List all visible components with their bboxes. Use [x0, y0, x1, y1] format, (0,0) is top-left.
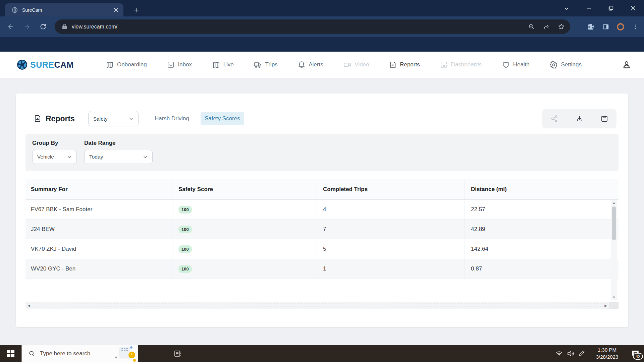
menu-dots-icon[interactable]: [629, 21, 641, 33]
group-by-select[interactable]: Vehicle: [32, 150, 77, 164]
brand-text: SURECAM: [30, 60, 74, 70]
safety-score-badge: 100: [178, 245, 192, 253]
extensions-puzzle-icon[interactable]: [585, 21, 597, 33]
nav-item-health[interactable]: Health: [502, 61, 530, 69]
vertical-scroll-thumb[interactable]: [612, 206, 616, 240]
scroll-down-icon[interactable]: ▼: [611, 294, 617, 300]
safety-scores-table: Summary For Safety Score Completed Trips…: [25, 179, 619, 279]
new-tab-button[interactable]: [131, 5, 141, 15]
report-actions: [542, 109, 616, 128]
start-button[interactable]: [0, 345, 21, 362]
scroll-left-icon[interactable]: ◀: [25, 302, 32, 309]
minimize-button[interactable]: [578, 0, 600, 16]
taskbar-clock[interactable]: 1:30 PM 3/28/2023: [590, 347, 625, 360]
clock-date: 3/28/2023: [590, 354, 625, 360]
screen: SureCam: [0, 0, 644, 362]
notification-center-icon[interactable]: 42: [627, 345, 644, 362]
task-view-icon[interactable]: [173, 349, 182, 358]
heart-icon: [502, 61, 510, 69]
address-bar[interactable]: view.surecam.com/: [55, 19, 570, 34]
maximize-button[interactable]: [600, 0, 622, 16]
date-range-value: Today: [89, 154, 143, 160]
calendar-button[interactable]: [592, 109, 616, 128]
forward-button[interactable]: [21, 21, 33, 33]
browser-titlebar: SureCam: [0, 0, 644, 16]
date-range-filter: Date Range Today: [84, 140, 153, 164]
column-header: Completed Trips: [317, 179, 465, 199]
scroll-right-icon[interactable]: ▶: [602, 302, 609, 309]
wifi-icon[interactable]: [553, 345, 565, 362]
column-header: Distance (mi): [465, 179, 619, 199]
page-header-band: [0, 37, 644, 52]
surecam-logo[interactable]: SURECAM: [17, 59, 74, 70]
table-body: FV67 BBK - Sam Footer 100 4 22.57 J24 BE…: [25, 200, 619, 279]
chevron-down-icon: [143, 155, 148, 159]
dashboard-grid-icon: [440, 61, 448, 69]
horizontal-scrollbar[interactable]: ◀ ▶: [25, 302, 609, 309]
filter-bar: Group By Vehicle Date Range Today: [25, 134, 619, 171]
volume-icon[interactable]: [565, 345, 576, 362]
nav-items: Onboarding Inbox Live Trips Alerts Video: [106, 61, 582, 69]
tab-search-chevron-icon[interactable]: [555, 0, 578, 16]
report-type-select[interactable]: Safety: [88, 111, 139, 126]
safety-score-badge: 100: [178, 226, 192, 233]
video-camera-icon: [343, 61, 352, 69]
vertical-scrollbar[interactable]: ▲ ▼: [611, 200, 617, 300]
side-panel-icon[interactable]: [600, 21, 612, 33]
table-row[interactable]: J24 BEW 100 7 42.89: [25, 220, 619, 239]
gear-icon: [549, 61, 558, 69]
browser-tab[interactable]: SureCam: [5, 3, 123, 16]
inbox-icon: [167, 61, 175, 69]
nav-item-trips[interactable]: Trips: [254, 61, 277, 69]
nav-item-dashboards[interactable]: Dashboards: [440, 61, 482, 69]
tab-safety-scores[interactable]: Safety Scores: [201, 112, 244, 125]
nav-item-settings[interactable]: Settings: [549, 61, 581, 69]
search-highlight-calendar-icon[interactable]: ✦: [117, 346, 136, 361]
table-row[interactable]: FV67 BBK - Sam Footer 100 4 22.57: [25, 200, 619, 220]
url-text: view.surecam.com/: [72, 24, 526, 30]
lock-icon: [62, 24, 67, 29]
clock-time: 1:30 PM: [590, 347, 625, 353]
report-document-icon: [389, 61, 397, 69]
scrollbar-corner: [609, 302, 619, 309]
nav-item-alerts[interactable]: Alerts: [298, 61, 323, 69]
report-type-value: Safety: [93, 116, 129, 122]
nav-item-inbox[interactable]: Inbox: [167, 61, 192, 69]
globe-favicon-icon: [11, 7, 18, 13]
user-profile-icon[interactable]: [622, 60, 631, 69]
column-header: Summary For: [25, 179, 172, 199]
truck-icon: [254, 61, 262, 69]
taskbar-search[interactable]: Type here to search ✦: [21, 345, 138, 362]
page-title: Reports: [46, 114, 75, 123]
report-document-icon: [34, 115, 42, 123]
tab-title: SureCam: [22, 7, 111, 13]
nav-item-video[interactable]: Video: [343, 61, 369, 69]
tab-harsh-driving[interactable]: Harsh Driving: [151, 112, 193, 125]
bookmark-star-icon[interactable]: [555, 21, 567, 33]
table-row[interactable]: VK70 ZKJ - David 100 5 142.64: [25, 239, 619, 259]
nav-item-onboarding[interactable]: Onboarding: [106, 61, 147, 69]
back-button[interactable]: [5, 21, 17, 33]
zoom-icon[interactable]: [526, 21, 537, 33]
share-page-icon[interactable]: [541, 21, 552, 33]
share-button[interactable]: [542, 109, 567, 128]
nav-item-reports[interactable]: Reports: [389, 61, 420, 69]
windows-taskbar: Type here to search ✦ 1:30 PM: [0, 345, 644, 362]
nav-item-live[interactable]: Live: [212, 61, 234, 69]
profile-avatar[interactable]: [614, 21, 627, 33]
reload-button[interactable]: [37, 21, 49, 33]
windows-logo-icon: [7, 350, 14, 357]
search-icon: [29, 350, 35, 357]
pen-icon[interactable]: [576, 345, 588, 362]
chevron-down-icon: [67, 155, 72, 159]
surecam-logo-icon: [17, 59, 28, 70]
download-button[interactable]: [567, 109, 592, 128]
date-range-select[interactable]: Today: [84, 150, 153, 164]
group-by-filter: Group By Vehicle: [32, 140, 77, 164]
table-row[interactable]: WV20 GYC - Ben 100 1 0.87: [25, 259, 619, 279]
group-by-label: Group By: [32, 140, 77, 146]
close-window-button[interactable]: [622, 0, 644, 16]
scroll-up-icon[interactable]: ▲: [611, 200, 617, 206]
tab-close-icon[interactable]: [111, 6, 120, 14]
page-background: Reports Safety Harsh Driving Safety Scor…: [0, 78, 644, 345]
